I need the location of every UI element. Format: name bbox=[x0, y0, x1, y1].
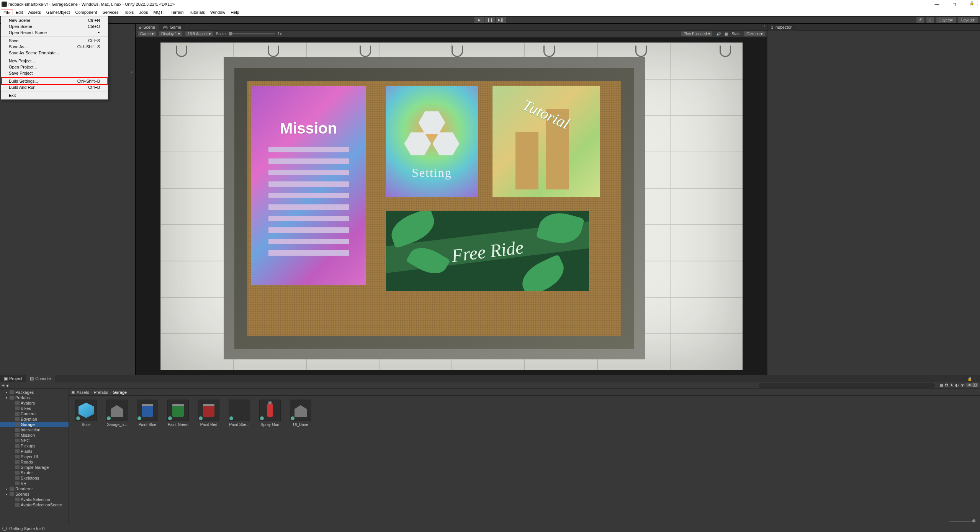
asset-spray-gun[interactable]: Spray-Gun bbox=[257, 400, 283, 427]
tree-interaction[interactable]: Interaction bbox=[0, 427, 69, 432]
project-tree[interactable]: ▸Packages▾PrefabsAvatarsBikesCameraEgypt… bbox=[0, 389, 69, 525]
crumb-prefabs[interactable]: Prefabs bbox=[94, 390, 108, 395]
file-menu-save-project[interactable]: Save Project bbox=[1, 70, 108, 76]
game-mode-dropdown[interactable]: Game ▾ bbox=[138, 31, 156, 36]
create-asset-button[interactable]: + ▾ bbox=[2, 382, 9, 388]
tree-avatarselection[interactable]: AvatarSelection bbox=[0, 497, 69, 502]
hidden-packages-icon[interactable]: ◐ bbox=[955, 383, 959, 388]
search-icon[interactable]: ⌕ bbox=[926, 17, 934, 23]
mute-icon[interactable]: 🔊 bbox=[716, 32, 721, 36]
asset-paint-stre-[interactable]: Paint-Stre... bbox=[226, 400, 253, 427]
menu-gameobject[interactable]: GameObject bbox=[44, 9, 73, 15]
tree-packages[interactable]: ▸Packages bbox=[0, 390, 69, 395]
menu-tutorials[interactable]: Tutorials bbox=[186, 9, 208, 15]
visibility-icon[interactable]: 👁 bbox=[960, 383, 965, 388]
file-menu-open-scene[interactable]: Open SceneCtrl+O bbox=[1, 23, 108, 29]
tab-scene[interactable]: ⸙ Scene bbox=[136, 24, 159, 31]
menu-jobs[interactable]: Jobs bbox=[136, 9, 151, 15]
file-menu-build-and-run[interactable]: Build And RunCtrl+B bbox=[1, 84, 108, 90]
tab-console[interactable]: ▤ Console bbox=[26, 375, 54, 382]
step-button[interactable]: ▶❚ bbox=[496, 17, 506, 23]
tree-skeletons[interactable]: Skeletons bbox=[0, 475, 69, 481]
menu-help[interactable]: Help bbox=[228, 9, 242, 15]
menu-services[interactable]: Services bbox=[100, 9, 121, 15]
stats-toggle[interactable]: Stats bbox=[732, 32, 741, 36]
collapse-handle-icon[interactable]: ▸ bbox=[131, 70, 133, 74]
tree-mission[interactable]: Mission bbox=[0, 432, 69, 438]
play-button[interactable]: ▶ bbox=[474, 17, 484, 23]
tree-avatarselectionscene[interactable]: AvatarSelectionScene bbox=[0, 502, 69, 508]
file-menu-save-as-[interactable]: Save As...Ctrl+Shift+S bbox=[1, 44, 108, 50]
tree-vr[interactable]: VR bbox=[0, 481, 69, 486]
asset-paint-red[interactable]: Paint-Red bbox=[195, 400, 222, 427]
tree-camera[interactable]: Camera bbox=[0, 411, 69, 416]
menu-assets[interactable]: Assets bbox=[26, 9, 44, 15]
file-menu-save-as-scene-template-[interactable]: Save As Scene Template... bbox=[1, 50, 108, 56]
maximize-button[interactable]: ◻ bbox=[946, 0, 963, 8]
file-menu-open-recent-scene[interactable]: Open Recent Scene bbox=[1, 29, 108, 36]
tree-renderer[interactable]: ▸Renderer bbox=[0, 486, 69, 491]
tree-simple-garage[interactable]: Simple Garage bbox=[0, 465, 69, 470]
save-search-icon[interactable]: ★ bbox=[950, 383, 954, 388]
search-by-label-icon[interactable]: ✿ bbox=[945, 383, 948, 388]
asset-ui-done[interactable]: UI_Done bbox=[287, 400, 314, 427]
scale-slider[interactable] bbox=[229, 33, 275, 34]
menu-terrain[interactable]: Terrain bbox=[168, 9, 187, 15]
layers-dropdown[interactable]: Layers ▾ bbox=[936, 17, 956, 23]
panel-options-icon[interactable]: ⋮ bbox=[762, 24, 766, 29]
vsync-icon[interactable]: ▦ bbox=[725, 32, 728, 36]
menu-tools[interactable]: Tools bbox=[121, 9, 137, 15]
poster-freeride: Free Ride bbox=[386, 211, 589, 291]
thumbnail-size-slider[interactable] bbox=[949, 521, 975, 522]
menu-file[interactable]: File bbox=[1, 10, 13, 15]
gizmos-dropdown[interactable]: Gizmos ▾ bbox=[744, 31, 765, 36]
center-view: ⸙ Scene 🎮 Game ⋮ Game ▾ Display 1 ▾ 16:9… bbox=[136, 24, 767, 375]
file-menu-new-project-[interactable]: New Project... bbox=[1, 58, 108, 64]
display-dropdown[interactable]: Display 1 ▾ bbox=[159, 31, 182, 36]
tab-inspector[interactable]: ℹ Inspector bbox=[767, 24, 795, 31]
tab-project[interactable]: ▣ Project bbox=[0, 375, 26, 382]
crumb-assets[interactable]: Assets bbox=[77, 390, 89, 395]
asset-garage-p-[interactable]: Garage_p... bbox=[103, 400, 130, 427]
menu-window[interactable]: Window bbox=[208, 9, 228, 15]
file-menu-dropdown: New SceneCtrl+NOpen SceneCtrl+OOpen Rece… bbox=[1, 16, 108, 100]
tree-skater[interactable]: Skater bbox=[0, 470, 69, 475]
tree-avatars[interactable]: Avatars bbox=[0, 400, 69, 406]
poster-tutorial: Tutorial bbox=[492, 86, 600, 197]
pause-button[interactable]: ❚❚ bbox=[485, 17, 495, 23]
file-menu-exit[interactable]: Exit bbox=[1, 92, 108, 98]
project-search-input[interactable] bbox=[759, 383, 935, 388]
file-menu-save[interactable]: SaveCtrl+S bbox=[1, 38, 108, 44]
menu-component[interactable]: Component bbox=[72, 9, 100, 15]
menu-edit[interactable]: Edit bbox=[13, 9, 26, 15]
tree-prefabs[interactable]: ▾Prefabs bbox=[0, 395, 69, 400]
file-menu-open-project-[interactable]: Open Project... bbox=[1, 64, 108, 70]
tab-game[interactable]: 🎮 Game bbox=[159, 24, 185, 31]
inspector-options-icon[interactable]: 🔒 ⋮ bbox=[970, 1, 979, 5]
tree-plants[interactable]: Plants bbox=[0, 449, 69, 454]
asset-book[interactable]: Book bbox=[73, 400, 100, 427]
breadcrumb: ▣ Assets › Prefabs › Garage bbox=[69, 389, 980, 396]
minimize-button[interactable]: — bbox=[928, 0, 946, 8]
tree-bikes[interactable]: Bikes bbox=[0, 406, 69, 411]
tree-egyptian[interactable]: Egyptian bbox=[0, 416, 69, 422]
tree-roads[interactable]: Roads bbox=[0, 459, 69, 465]
crumb-garage[interactable]: Garage bbox=[113, 390, 127, 395]
tree-pickups[interactable]: Pickups bbox=[0, 443, 69, 449]
project-lock-icon[interactable]: 🔒 ⋮ bbox=[967, 377, 977, 381]
file-menu-new-scene[interactable]: New SceneCtrl+N bbox=[1, 17, 108, 23]
tree-scenes[interactable]: ▾Scenes bbox=[0, 491, 69, 497]
undo-history-icon[interactable]: ↺ bbox=[916, 17, 924, 23]
layout-dropdown[interactable]: Layout ▾ bbox=[958, 17, 978, 23]
asset-paint-green[interactable]: Paint-Green bbox=[165, 400, 191, 427]
search-by-type-icon[interactable]: ▦ bbox=[939, 383, 943, 388]
asset-paint-blue[interactable]: Paint-Blue bbox=[134, 400, 161, 427]
game-board: Mission Setting bbox=[224, 57, 645, 359]
menu-mqtt[interactable]: MQTT bbox=[151, 9, 168, 15]
file-menu-build-settings-[interactable]: Build Settings...Ctrl+Shift+B bbox=[1, 77, 108, 85]
aspect-dropdown[interactable]: 16:9 Aspect ▾ bbox=[185, 31, 213, 36]
play-focused-dropdown[interactable]: Play Focused ▾ bbox=[681, 31, 712, 36]
tree-player-ui[interactable]: Player UI bbox=[0, 454, 69, 459]
tree-npc[interactable]: NPC bbox=[0, 438, 69, 443]
tree-garage[interactable]: Garage bbox=[0, 422, 69, 427]
